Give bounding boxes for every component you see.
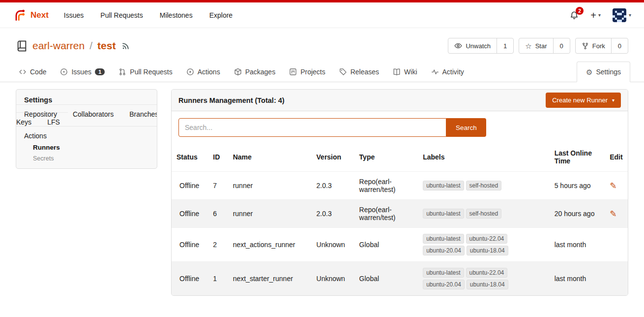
content-area: Settings RepositoryCollaboratorsBranches… [0, 82, 644, 296]
tag-icon [339, 68, 347, 76]
runner-label-badge: ubuntu-latest [423, 209, 464, 219]
create-runner-button[interactable]: Create new Runner ▾ [546, 93, 621, 108]
tab-issues[interactable]: Issues 1 [55, 62, 110, 82]
book-icon [393, 68, 401, 76]
home-link[interactable]: Next [13, 8, 49, 22]
runner-label-badge: ubuntu-18.04 [467, 246, 508, 255]
rss-feed-icon[interactable] [122, 42, 130, 50]
runner-last-online-cell: last month [550, 228, 605, 262]
nav-link[interactable]: Milestones [151, 11, 201, 19]
settings-sidebar: Settings RepositoryCollaboratorsBranches… [16, 89, 157, 169]
runner-labels: ubuntu-latestself-hosted [423, 209, 521, 219]
edit-runner-button[interactable]: ✎ [610, 181, 616, 190]
fork-icon [582, 42, 589, 50]
runner-version-cell: 2.0.3 [312, 172, 354, 200]
runner-name-cell: runner [228, 200, 312, 228]
navbar-right: 2 + ▾ ▾ [570, 8, 631, 22]
fork-label: Fork [592, 42, 605, 50]
table-row: Offline 1 next_starter_runner Unknown Gl… [172, 262, 628, 296]
sidebar-item[interactable]: LFS [39, 112, 68, 131]
gear-icon: ⚙ [586, 68, 592, 76]
sidebar-item[interactable]: Branches [121, 104, 157, 124]
sidebar-item-runners[interactable]: Runners [24, 140, 149, 151]
runner-id-cell: 2 [208, 228, 228, 262]
tab-code[interactable]: Code [14, 62, 51, 82]
repo-name-link[interactable]: test [97, 40, 116, 52]
runner-labels: ubuntu-latestubuntu-22.04ubuntu-20.04ubu… [423, 268, 521, 289]
fork-button[interactable]: Fork [576, 38, 611, 53]
runner-labels-cell: ubuntu-latestubuntu-22.04ubuntu-20.04ubu… [418, 228, 550, 262]
star-icon: ☆ [525, 42, 531, 50]
runner-type-cell: Global [354, 262, 418, 296]
unwatch-button[interactable]: Unwatch [448, 38, 497, 53]
runner-version-cell: 2.0.3 [312, 200, 354, 228]
tab-packages[interactable]: Packages [229, 62, 280, 82]
sidebar-item-actions[interactable]: Actions [24, 132, 47, 140]
tab-label: Code [30, 68, 46, 76]
runner-status-cell: Offline [172, 228, 208, 262]
avatar [613, 8, 626, 22]
star-button[interactable]: ☆ Star [519, 38, 553, 53]
sidebar-item-secrets[interactable]: Secrets [24, 151, 149, 162]
runner-type-cell: Global [354, 228, 418, 262]
runner-label-badge: self-hosted [466, 209, 502, 219]
tab-label: Pull Requests [130, 68, 172, 76]
forgejo-logo-icon [13, 8, 27, 22]
runner-edit-cell [605, 262, 628, 296]
tab-settings[interactable]: ⚙ Settings [577, 62, 630, 82]
repo-actions: Unwatch 1 ☆ Star 0 Fork 0 [448, 38, 628, 54]
nav-link[interactable]: Pull Requests [92, 11, 151, 19]
pull-request-icon [118, 68, 126, 76]
search-button[interactable]: Search [446, 118, 486, 137]
edit-runner-button[interactable]: ✎ [610, 209, 616, 219]
eye-icon [454, 42, 462, 50]
column-header: Edit [605, 143, 628, 172]
user-menu-button[interactable]: ▾ [613, 8, 631, 22]
star-count[interactable]: 0 [553, 38, 570, 53]
chevron-down-icon: ▾ [598, 13, 601, 18]
sidebar-item[interactable]: Collaborators [65, 104, 121, 124]
header-row: StatusIDNameVersionTypeLabelsLast Online… [172, 143, 628, 172]
runner-last-online-cell: 5 hours ago [550, 172, 605, 200]
table-row: Offline 2 next_actions_runner Unknown Gl… [172, 228, 628, 262]
tab-activity[interactable]: Activity [426, 62, 469, 82]
tab-releases[interactable]: Releases [334, 62, 384, 82]
table-row: Offline 7 runner 2.0.3 Repo(earl-warren/… [172, 172, 628, 200]
column-header: ID [208, 143, 228, 172]
column-header: Last Online Time [550, 143, 605, 172]
repo-owner-link[interactable]: earl-warren [32, 40, 85, 52]
watch-count[interactable]: 1 [497, 38, 513, 53]
column-header: Status [172, 143, 208, 172]
nav-link[interactable]: Issues [56, 11, 92, 19]
runner-id-cell: 7 [208, 172, 228, 200]
tab-wiki[interactable]: Wiki [388, 62, 422, 82]
fork-button-group: Fork 0 [575, 38, 628, 54]
runner-label-badge: ubuntu-latest [423, 234, 464, 244]
fork-count[interactable]: 0 [611, 38, 628, 53]
runner-name-cell: runner [228, 172, 312, 200]
runner-name-cell: next_actions_runner [228, 228, 312, 262]
runner-label-badge: ubuntu-20.04 [423, 280, 465, 289]
repo-header: earl-warren / test Unwatch 1 [0, 28, 644, 60]
search-input[interactable] [178, 118, 446, 137]
issue-icon [60, 68, 68, 76]
chevron-down-icon: ▾ [629, 13, 631, 18]
tab-label: Activity [442, 68, 464, 76]
brand-name: Next [30, 10, 49, 20]
nav-link[interactable]: Explore [201, 11, 241, 19]
sidebar-items: RepositoryCollaboratorsBranchesTagsWebho… [16, 110, 157, 126]
create-runner-label: Create new Runner [552, 96, 608, 104]
tab-actions[interactable]: Actions [181, 62, 225, 82]
column-header: Type [354, 143, 418, 172]
create-menu-button[interactable]: + ▾ [590, 10, 601, 20]
notifications-button[interactable]: 2 [570, 11, 579, 20]
runner-label-badge: self-hosted [466, 181, 502, 190]
tab-label: Wiki [404, 68, 417, 76]
runner-label-badge: ubuntu-22.04 [466, 234, 508, 244]
sidebar-sub-label: Secrets [33, 155, 54, 162]
tab-projects[interactable]: Projects [284, 62, 330, 82]
repo-path-divider: / [89, 40, 92, 52]
primary-nav: IssuesPull RequestsMilestonesExplore [56, 11, 241, 19]
tab-pull-requests[interactable]: Pull Requests [114, 62, 177, 82]
sidebar-sub-label: Runners [33, 144, 60, 151]
